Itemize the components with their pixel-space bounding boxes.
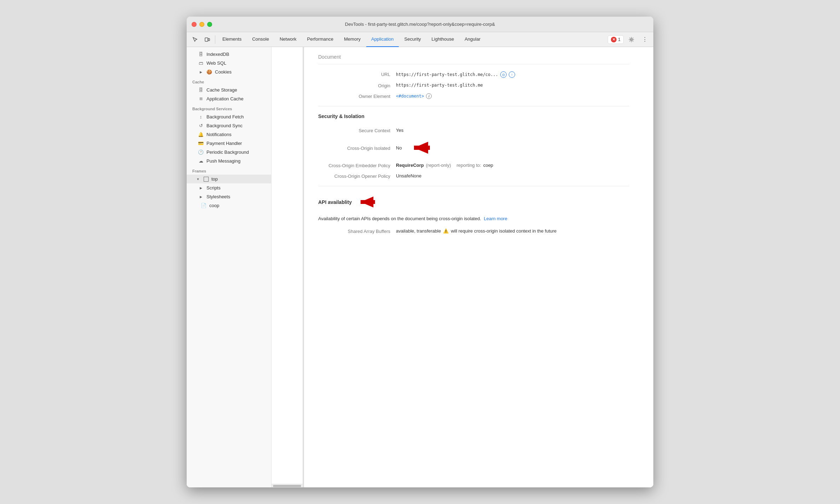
sidebar-item-label-stylesheets: Stylesheets [206, 194, 230, 199]
sidebar-item-bg-sync[interactable]: ↺ Background Sync [187, 121, 271, 130]
coep-reporting-label: reporting to: [457, 163, 481, 168]
cache-section-label: Cache [187, 76, 271, 86]
owner-element-label: Owner Element [318, 93, 396, 99]
owner-element-info-icon[interactable]: i [426, 93, 432, 99]
main-layout: 🗄 IndexedDB 🗃 Web SQL ▶ 🍪 Cookies Cache … [187, 47, 653, 487]
url-open-icon[interactable]: ↑ [509, 71, 515, 78]
cross-origin-isolated-row: Cross-Origin Isolated No [318, 138, 629, 158]
url-copy-icon[interactable]: ⊙ [500, 71, 507, 78]
sidebar-item-label-bg-fetch: Background Fetch [206, 114, 244, 119]
close-button[interactable] [192, 22, 197, 27]
sidebar-item-bg-fetch[interactable]: ↕ Background Fetch [187, 112, 271, 121]
coop-label: Cross-Origin Opener Policy [318, 173, 396, 179]
tab-console[interactable]: Console [247, 32, 274, 47]
sidebar-scrollbar[interactable] [272, 484, 303, 487]
svg-rect-4 [414, 146, 430, 150]
sidebar-item-notifications[interactable]: 🔔 Notifications [187, 130, 271, 139]
stylesheets-arrow-icon: ▶ [198, 195, 204, 199]
sidebar-item-app-cache[interactable]: ⊞ Application Cache [187, 94, 271, 103]
tab-security[interactable]: Security [399, 32, 426, 47]
tab-performance[interactable]: Performance [302, 32, 338, 47]
sidebar-item-cache-storage[interactable]: 🗄 Cache Storage [187, 86, 271, 94]
tab-application[interactable]: Application [366, 32, 399, 47]
window-title: DevTools - first-party-test.glitch.me/co… [345, 22, 495, 27]
cookies-icon: 🍪 [206, 69, 212, 75]
bg-fetch-icon: ↕ [198, 114, 204, 119]
sidebar-item-label-cookies: Cookies [215, 69, 232, 75]
divider-2 [318, 186, 629, 186]
origin-value: https://first-party-test.glitch.me [396, 83, 483, 88]
devtools-window: DevTools - first-party-test.glitch.me/co… [187, 17, 653, 487]
red-arrow-2 [354, 193, 377, 211]
top-arrow-icon: ▼ [195, 177, 201, 181]
scroll-thumb [273, 485, 301, 487]
sidebar: 🗄 IndexedDB 🗃 Web SQL ▶ 🍪 Cookies Cache … [187, 47, 272, 487]
red-arrow-1 [407, 138, 432, 158]
frame-icon [204, 177, 209, 182]
bg-services-section-label: Background Services [187, 103, 271, 112]
svg-rect-0 [205, 38, 208, 41]
cross-origin-isolated-text: No [396, 145, 402, 151]
shared-array-buffers-note: will require cross-origin isolated conte… [451, 228, 556, 234]
sidebar-item-label-cache-storage: Cache Storage [206, 87, 237, 93]
sidebar-item-label-periodic-bg: Periodic Background [206, 150, 249, 155]
sidebar-item-label-websql: Web SQL [206, 60, 226, 66]
device-toggle-icon[interactable] [202, 34, 213, 45]
shared-array-buffers-value: available, transferable ⚠️ will require … [396, 228, 556, 234]
api-section-title: API availablity [318, 199, 352, 205]
error-count: 1 [618, 37, 620, 42]
learn-more-link[interactable]: Learn more [484, 216, 507, 221]
maximize-button[interactable] [207, 22, 212, 27]
sidebar-item-push-messaging[interactable]: ☁ Push Messaging [187, 157, 271, 165]
svg-rect-1 [208, 39, 210, 41]
sidebar-item-payment-handler[interactable]: 💳 Payment Handler [187, 139, 271, 148]
cross-origin-isolated-label: Cross-Origin Isolated [318, 145, 396, 151]
coep-value: RequireCorp (report-only) reporting to: … [396, 163, 493, 168]
divider-1 [318, 106, 629, 106]
owner-element-row: Owner Element <#document> i [318, 93, 629, 99]
sidebar-item-stylesheets[interactable]: ▶ Stylesheets [187, 192, 271, 201]
sidebar-item-websql[interactable]: 🗃 Web SQL [187, 59, 271, 68]
minimize-button[interactable] [199, 22, 204, 27]
tab-separator [215, 35, 215, 44]
url-text: https://first-party-test.glitch.me/co... [396, 72, 498, 77]
owner-element-link[interactable]: <#document> [396, 94, 424, 99]
frames-section-label: Frames [187, 165, 271, 175]
sidebar-item-label-notifications: Notifications [206, 132, 232, 137]
origin-row: Origin https://first-party-test.glitch.m… [318, 83, 629, 88]
sidebar-item-cookies[interactable]: ▶ 🍪 Cookies [187, 68, 271, 76]
coep-reporting-value: coep [483, 163, 493, 168]
owner-element-value: <#document> i [396, 93, 432, 99]
coop-value: UnsafeNone [396, 173, 421, 178]
sidebar-item-coop[interactable]: 📄 coop [187, 201, 271, 210]
coop-file-icon: 📄 [201, 203, 206, 208]
bg-sync-icon: ↺ [198, 123, 204, 128]
sidebar-item-label-scripts: Scripts [206, 185, 221, 191]
origin-label: Origin [318, 83, 396, 88]
coep-value-text: RequireCorp [396, 163, 424, 168]
inspect-icon[interactable] [189, 34, 201, 45]
sidebar-item-top[interactable]: ▼ top [187, 175, 271, 183]
tab-elements[interactable]: Elements [217, 32, 246, 47]
tab-right-controls: ✕ 1 ⋮ [608, 34, 651, 45]
sidebar-item-label-payment-handler: Payment Handler [206, 141, 242, 146]
error-badge[interactable]: ✕ 1 [608, 35, 624, 44]
sidebar-item-label-bg-sync: Background Sync [206, 123, 243, 128]
tab-lighthouse[interactable]: Lighthouse [427, 32, 459, 47]
sidebar-item-periodic-bg[interactable]: 🕐 Periodic Background [187, 148, 271, 157]
document-section-title: Document [318, 54, 629, 64]
tab-memory[interactable]: Memory [339, 32, 366, 47]
periodic-bg-icon: 🕐 [198, 150, 204, 155]
tab-network[interactable]: Network [275, 32, 302, 47]
url-label: URL [318, 71, 396, 77]
sidebar-item-indexeddb[interactable]: 🗄 IndexedDB [187, 50, 271, 59]
notifications-icon: 🔔 [198, 132, 204, 137]
settings-button[interactable] [626, 34, 637, 45]
sidebar-item-label-indexeddb: IndexedDB [206, 52, 229, 57]
sidebar-item-scripts[interactable]: ▶ Scripts [187, 183, 271, 192]
tab-angular[interactable]: Angular [460, 32, 485, 47]
coep-row: Cross-Origin Embedder Policy RequireCorp… [318, 163, 629, 168]
cache-storage-icon: 🗄 [198, 87, 204, 93]
secure-context-text: Yes [396, 128, 403, 133]
more-button[interactable]: ⋮ [639, 34, 651, 45]
